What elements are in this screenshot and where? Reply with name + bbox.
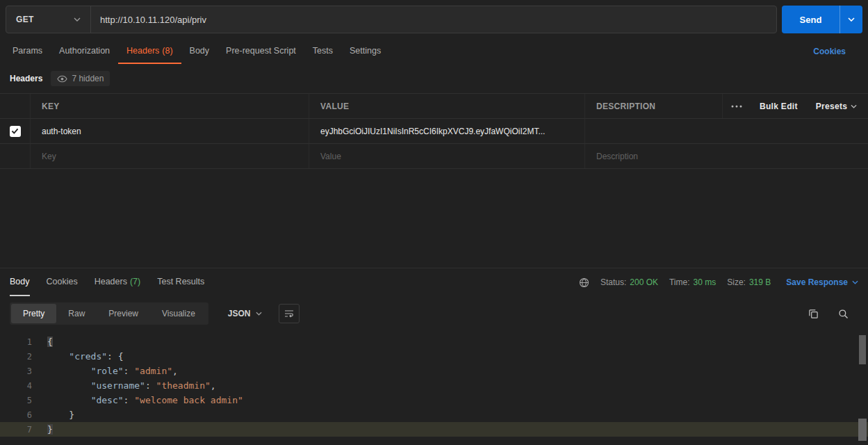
tab-label: Body [190, 46, 210, 56]
token: "creds" [69, 351, 107, 362]
response-tab-headers[interactable]: Headers(7) [95, 268, 141, 296]
postman-app: { "request": { "method": "GET", "url": "… [0, 0, 868, 445]
line-number: 6 [0, 410, 32, 420]
tab-count: (8) [162, 46, 172, 56]
request-url-bar: GET Send [0, 0, 868, 39]
token: : [145, 380, 156, 391]
header-row-auth-token: auth-token eyJhbGciOiJIUzI1NiIsInR5cCI6I… [0, 119, 868, 144]
token: } [69, 410, 74, 420]
headers-subbar: Headers 7 hidden [0, 64, 868, 93]
code-content: "desc": "welcome back admin" [32, 395, 243, 405]
code-content: { [32, 337, 53, 347]
tab-body[interactable]: Body [181, 39, 218, 64]
header-controls: Bulk Edit Presets [723, 94, 868, 118]
code-content: } [32, 424, 53, 435]
scrollbar-thumb[interactable] [859, 335, 866, 364]
token [47, 410, 69, 420]
header-value-cell[interactable]: eyJhbGciOiJIUzI1NiIsInR5cCI6IkpXVCJ9.eyJ… [309, 119, 585, 143]
tab-authorization[interactable]: Authorization [51, 39, 118, 64]
token: "theadmin" [156, 380, 211, 391]
tab-settings[interactable]: Settings [341, 39, 389, 64]
token: , [211, 380, 216, 391]
network-globe-icon[interactable] [579, 277, 589, 288]
code-line: 3 "role": "admin", [0, 364, 868, 378]
method-select[interactable]: GET [6, 6, 91, 33]
chevron-down-icon [256, 312, 262, 316]
tab-pre-request-script[interactable]: Pre-request Script [218, 39, 304, 64]
bulk-edit-button[interactable]: Bulk Edit [751, 94, 807, 118]
send-options-button[interactable] [840, 6, 862, 33]
response-section: BodyCookiesHeaders(7)Test Results Status… [0, 268, 868, 445]
token: : [107, 351, 118, 362]
headers-table-header: KEY VALUE DESCRIPTION Bulk Edit Presets [0, 94, 868, 119]
time-label: Time: [669, 277, 690, 287]
format-label: JSON [228, 309, 251, 318]
code-lines: 1{2 "creds": {3 "role": "admin",4 "usern… [0, 334, 868, 437]
wrap-text-button[interactable] [279, 304, 300, 323]
code-line: 5 "desc": "welcome back admin" [0, 393, 868, 407]
save-response-label: Save Response [786, 277, 848, 287]
response-body-viewer[interactable]: 1{2 "creds": {3 "role": "admin",4 "usern… [0, 331, 868, 445]
code-content: "role": "admin", [32, 366, 178, 376]
tab-params[interactable]: Params [4, 39, 51, 64]
tab-tests[interactable]: Tests [304, 39, 341, 64]
row-checkbox-cell [0, 119, 31, 143]
url-input[interactable] [91, 6, 776, 33]
header-key-cell[interactable]: auth-token [31, 119, 309, 143]
response-tab-cookies[interactable]: Cookies [47, 268, 78, 296]
send-button-group: Send [782, 6, 862, 33]
response-view-toolbar: PrettyRawPreviewVisualize JSON [0, 296, 868, 331]
new-value-cell[interactable]: Value [309, 144, 585, 168]
response-tabs: BodyCookiesHeaders(7)Test Results [10, 268, 221, 296]
new-description-cell[interactable]: Description [585, 144, 868, 168]
token [47, 380, 91, 391]
code-line: 4 "username": "theadmin", [0, 378, 868, 393]
save-response-button[interactable]: Save Response [786, 277, 858, 287]
token: { [47, 337, 53, 347]
send-button[interactable]: Send [782, 6, 840, 33]
cookies-link[interactable]: Cookies [813, 47, 864, 56]
vertical-scrollbar[interactable] [858, 335, 867, 442]
token: "welcome back admin" [134, 395, 243, 405]
request-input-group: GET [6, 6, 777, 33]
token: "role" [91, 366, 124, 376]
status-value: 200 OK [630, 277, 658, 287]
header-description-cell[interactable] [585, 119, 868, 143]
search-icon[interactable] [838, 309, 849, 319]
view-tab-visualize[interactable]: Visualize [150, 304, 207, 323]
response-tab-body[interactable]: Body [10, 268, 30, 296]
response-tab-test-results[interactable]: Test Results [157, 268, 204, 296]
row-checkbox[interactable] [10, 126, 21, 137]
status-indicator: Status: 200 OK [600, 277, 658, 287]
row-checkbox-cell [0, 144, 31, 168]
tab-label: Settings [350, 46, 381, 56]
token [47, 395, 91, 405]
tab-headers[interactable]: Headers(8) [118, 39, 181, 64]
presets-button[interactable]: Presets [807, 94, 866, 118]
scrollbar-thumb-bottom[interactable] [858, 419, 867, 441]
code-content: "creds": { [32, 351, 124, 362]
view-tab-preview[interactable]: Preview [97, 304, 150, 323]
token [47, 351, 69, 362]
token: { [118, 351, 124, 362]
presets-label: Presets [816, 102, 847, 111]
format-select[interactable]: JSON [221, 304, 269, 323]
view-tab-pretty[interactable]: Pretty [11, 304, 56, 323]
select-all-cell [0, 94, 31, 118]
token: "username" [91, 380, 145, 391]
copy-icon[interactable] [808, 309, 819, 319]
line-number: 7 [0, 425, 32, 435]
hidden-headers-toggle[interactable]: 7 hidden [51, 71, 110, 86]
response-tabs-bar: BodyCookiesHeaders(7)Test Results Status… [0, 268, 868, 296]
size-value: 319 B [749, 277, 771, 287]
empty-space [0, 169, 868, 268]
line-number: 3 [0, 366, 32, 376]
view-tab-raw[interactable]: Raw [56, 304, 97, 323]
tab-label: Test Results [157, 277, 204, 286]
token: "admin" [134, 366, 172, 376]
more-options-icon[interactable] [723, 94, 751, 118]
code-content: "username": "theadmin", [32, 380, 216, 391]
header-key-value: auth-token [42, 127, 81, 136]
new-key-cell[interactable]: Key [31, 144, 309, 168]
value-placeholder: Value [320, 152, 341, 161]
